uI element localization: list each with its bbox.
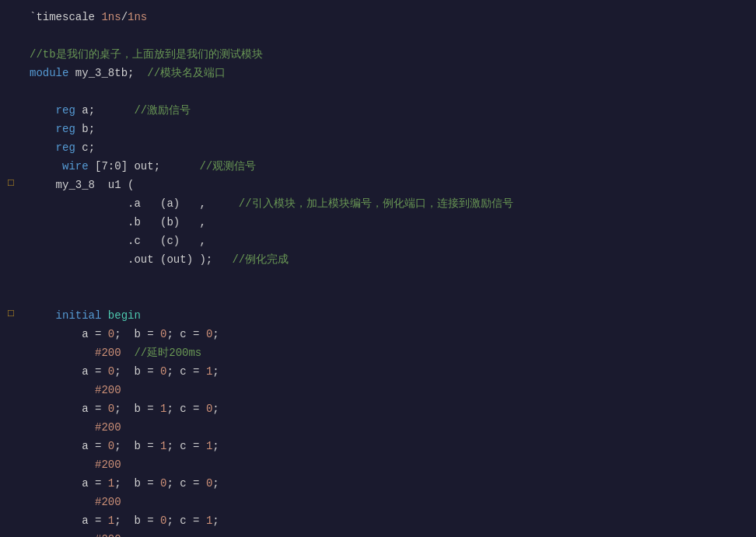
line-gutter (0, 251, 22, 252)
line-gutter (0, 344, 22, 345)
line-code: a = 1; b = 0; c = 1; (22, 512, 756, 529)
code-token: a = (30, 440, 108, 452)
line-code: wire [7:0] out; //观测信号 (22, 158, 756, 175)
code-token: / (121, 11, 128, 23)
line-code: #200 (22, 493, 756, 511)
line-code: my_3_8 u1 ( (22, 176, 756, 194)
code-line: .c (c) , (0, 232, 756, 250)
code-token: a = (30, 477, 108, 490)
code-line: reg a; //激励信号 (0, 101, 756, 120)
code-token: ; (212, 514, 219, 527)
line-gutter (0, 419, 22, 420)
code-token: begin (108, 309, 141, 322)
code-line: #200 //延时200ms (0, 343, 756, 362)
code-token: //激励信号 (134, 104, 191, 117)
code-token: #200 (95, 459, 121, 471)
code-line (0, 82, 756, 101)
line-gutter (0, 288, 22, 289)
code-token: //引入模块，加上模块编号，例化端口，连接到激励信号 (239, 197, 513, 210)
line-code: //tb是我们的桌子，上面放到是我们的测试模块 (22, 46, 756, 63)
code-token (101, 309, 107, 322)
line-gutter (0, 512, 22, 513)
code-line: `timescale 1ns/1ns (0, 8, 756, 26)
code-token: ; b = (114, 440, 160, 452)
code-token: #200 (95, 533, 121, 537)
code-token: a = (30, 403, 108, 415)
code-token: 0 (108, 328, 114, 340)
code-token: [7:0] out; (89, 160, 200, 173)
code-line: a = 0; b = 0; c = 0; (0, 325, 756, 343)
code-token: reg (56, 141, 75, 154)
code-token: .out (out) ); (30, 253, 232, 266)
line-code: #200 (22, 419, 756, 436)
code-line: module my_3_8tb; //模块名及端口 (0, 64, 756, 82)
code-token: a = (30, 328, 108, 340)
line-gutter (0, 65, 22, 65)
code-token: ; (212, 328, 219, 340)
code-token: 1ns (101, 11, 121, 23)
code-line: a = 1; b = 0; c = 0; (0, 474, 756, 493)
line-gutter (0, 139, 22, 140)
code-token: reg (56, 123, 75, 135)
code-token: //延时200ms (134, 347, 201, 359)
code-token: ; (212, 403, 219, 415)
line-code: a = 0; b = 0; c = 1; (22, 363, 756, 380)
code-line: wire [7:0] out; //观测信号 (0, 157, 756, 176)
line-gutter (0, 493, 22, 494)
line-gutter (0, 363, 22, 364)
code-token: `timescale (30, 11, 101, 23)
line-code: reg c; (22, 139, 756, 156)
line-gutter (0, 46, 22, 47)
code-line: #200 (0, 418, 756, 437)
code-token (30, 123, 56, 135)
line-gutter (0, 531, 22, 532)
code-token (30, 459, 95, 471)
code-token: //例化完成 (232, 253, 289, 266)
code-line: a = 0; b = 0; c = 1; (0, 362, 756, 381)
line-gutter (0, 400, 22, 401)
code-line: #200 (0, 530, 756, 537)
code-line: .a (a) , //引入模块，加上模块编号，例化端口，连接到激励信号 (0, 194, 756, 213)
line-code: #200 (22, 382, 756, 399)
line-gutter (0, 158, 22, 159)
line-gutter (0, 475, 22, 476)
line-gutter (0, 456, 22, 457)
code-token: initial (56, 309, 102, 322)
line-code: .c (c) , (22, 232, 756, 249)
code-line: .out (out) ); //例化完成 (0, 250, 756, 269)
code-token: ; b = (114, 477, 160, 490)
line-code: a = 1; b = 0; c = 0; (22, 475, 756, 492)
code-token: ; b = (114, 365, 160, 378)
code-token (30, 160, 62, 173)
line-gutter: □ (0, 307, 22, 319)
code-token: ; b = (114, 328, 160, 340)
code-token: //观测信号 (199, 160, 256, 173)
code-token: ; (212, 477, 219, 490)
code-token: c; (75, 141, 95, 154)
code-token (30, 496, 95, 508)
code-token: 1ns (128, 11, 147, 23)
line-gutter (0, 214, 22, 214)
line-code: #200 (22, 531, 756, 537)
line-code: #200 (22, 456, 756, 473)
code-line: //tb是我们的桌子，上面放到是我们的测试模块 (0, 45, 756, 64)
line-gutter: □ (0, 176, 22, 189)
code-token (30, 384, 95, 396)
code-line: □ initial begin (0, 306, 756, 325)
code-token: my_3_8 u1 ( (30, 179, 134, 191)
code-token: ; (212, 365, 219, 378)
code-token: ; c = (166, 365, 205, 378)
line-gutter (0, 195, 22, 196)
code-line (0, 269, 756, 288)
line-gutter (0, 326, 22, 326)
code-token: 0 (108, 365, 114, 378)
code-token (30, 347, 95, 359)
code-token: 1 (108, 477, 114, 490)
code-token: ; c = (166, 514, 205, 527)
line-gutter (0, 102, 22, 103)
code-token: 0 (108, 440, 114, 452)
code-line: a = 1; b = 0; c = 1; (0, 511, 756, 530)
line-gutter (0, 83, 22, 84)
code-line: .b (b) , (0, 213, 756, 232)
lines-container: `timescale 1ns/1ns //tb是我们的桌子，上面放到是我们的测试… (0, 8, 756, 537)
